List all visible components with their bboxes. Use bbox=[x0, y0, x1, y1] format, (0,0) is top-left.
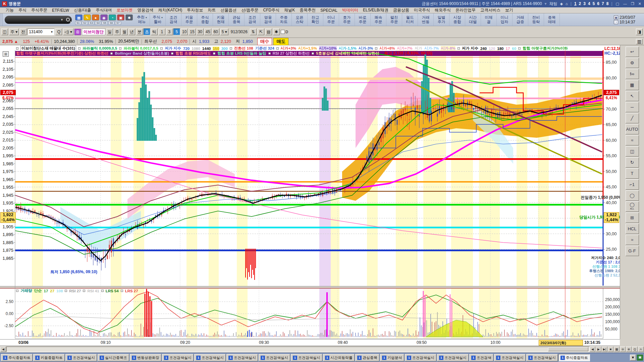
taskbar-tab-17-조건검색실시[interactable]: 1조건검색실시 bbox=[526, 354, 558, 361]
menu-item-선/옵주문[interactable]: 선/옵주문 bbox=[239, 7, 261, 13]
quick-button-키움-현재[interactable]: 키움현재 bbox=[213, 13, 229, 26]
formula-icon[interactable]: f∞ bbox=[626, 69, 639, 79]
scrollbar-track[interactable] bbox=[6, 347, 589, 352]
candle-tool-icon[interactable]: ◫ bbox=[626, 146, 639, 157]
text-tool-icon[interactable]: T bbox=[626, 168, 639, 179]
screen-number-7[interactable]: 7 bbox=[602, 1, 604, 6]
preset-S4[interactable]: S4 bbox=[95, 21, 101, 25]
mode-초[interactable]: 초 bbox=[144, 28, 150, 35]
compare-icon[interactable]: ⇅ bbox=[250, 28, 257, 35]
key-icon[interactable]: ✎ bbox=[84, 14, 91, 20]
camera-icon[interactable]: ◉ bbox=[100, 14, 108, 20]
chat-button[interactable]: 채팅 bbox=[549, 1, 557, 7]
restore-button[interactable]: ❐ bbox=[630, 2, 635, 6]
hline-tool-icon[interactable]: ─ bbox=[626, 102, 639, 112]
menu-item-종목추천[interactable]: 종목추천 bbox=[297, 7, 318, 13]
clock-icon[interactable]: ◔ bbox=[109, 14, 116, 20]
menu-item-주식[interactable]: 주식 bbox=[16, 7, 29, 13]
quick-button-잔고-확인[interactable]: 잔고확인 bbox=[308, 13, 323, 26]
quick-button-키움-주문[interactable]: 키움주문 bbox=[181, 13, 197, 26]
menu-item-선물옵션[interactable]: 선물옵션 bbox=[218, 7, 239, 13]
lock-icon[interactable]: ● bbox=[92, 14, 99, 20]
buy-button[interactable]: 매수 bbox=[257, 38, 272, 45]
asset-type-select[interactable]: 주 ▾ bbox=[9, 28, 19, 35]
interval-10[interactable]: 10 bbox=[181, 28, 188, 35]
period-일[interactable]: 일 bbox=[106, 28, 113, 35]
menu-item-기능[interactable]: 기능 bbox=[3, 7, 16, 13]
quick-button-미니-주문[interactable]: 미니주문 bbox=[323, 13, 339, 26]
scroll-button-3[interactable]: ■ bbox=[608, 347, 613, 352]
scrollbar-thumb[interactable] bbox=[548, 347, 588, 351]
scroll-button-0[interactable]: ◀ bbox=[590, 347, 595, 352]
mode-분[interactable]: 분 bbox=[136, 28, 143, 35]
scroll-button-1[interactable]: ▶ bbox=[596, 347, 601, 352]
auto-tool-icon[interactable]: AUTO bbox=[626, 124, 639, 134]
taskbar-tab-1-키움종합차트[interactable]: 1키움종합차트 bbox=[33, 354, 65, 361]
preset-S5[interactable]: S5 bbox=[102, 21, 108, 25]
mode-틱[interactable]: 틱 bbox=[151, 28, 158, 35]
menu-item-CFD주식[interactable]: CFD주식 bbox=[261, 7, 282, 13]
menu-item-고객서비스[interactable]: 고객서비스 bbox=[478, 7, 503, 13]
chart-settings-icon[interactable]: ✱ bbox=[273, 28, 280, 35]
preset-S7[interactable]: S7 bbox=[115, 21, 121, 25]
multi-monitor-icon[interactable]: ▢ bbox=[615, 2, 620, 6]
jeon-button[interactable]: 전 bbox=[20, 28, 26, 35]
menu-item-ETF/ELW[interactable]: ETF/ELW bbox=[50, 8, 71, 13]
menu-item-빅데이터[interactable]: 빅데이터 bbox=[340, 7, 361, 13]
scroll-button-4[interactable]: ▦ bbox=[614, 347, 620, 352]
gf-pencil-icon[interactable]: G·F bbox=[626, 246, 639, 256]
taskbar-tab-2-조건검색실시[interactable]: 1조건검색실시 bbox=[65, 354, 97, 361]
interval-5[interactable]: 5 bbox=[173, 28, 180, 35]
menu-item-보기[interactable]: 보기 bbox=[503, 7, 516, 13]
period-주[interactable]: 주 bbox=[114, 28, 120, 35]
search-icon[interactable] bbox=[66, 18, 70, 21]
preset-S2[interactable]: S2 bbox=[82, 21, 88, 25]
quick-button-주식-종합[interactable]: 주식종합 bbox=[197, 13, 213, 26]
zigzag-tool-icon[interactable]: ≈ bbox=[626, 135, 639, 145]
zoom-chart-icon[interactable]: ⇱ bbox=[258, 28, 264, 35]
quick-button-미체-결[interactable]: 미체결 bbox=[481, 13, 497, 26]
taskbar-tab-4-변동성완화장[interactable]: 1변동성완화장 bbox=[130, 354, 161, 361]
screen-number-2[interactable]: 2 bbox=[579, 1, 581, 6]
virtual-screen-numbers[interactable]: 12345678 bbox=[574, 1, 609, 6]
menu-item-투자정보[interactable]: 투자정보 bbox=[184, 7, 205, 13]
menu-item-해외주식[interactable]: 해외주식 bbox=[432, 7, 453, 13]
quick-button-조건-검색[interactable]: 조건검색 bbox=[245, 13, 260, 26]
quick-button-바로-주문[interactable]: 바로주문 bbox=[355, 13, 371, 26]
table-tool-icon[interactable]: ⊞ bbox=[626, 213, 639, 223]
taskbar-tab-5-조건검색실시[interactable]: 1조건검색실시 bbox=[162, 354, 194, 361]
taskbar-tab-0-주식종합차트[interactable]: 1주식종합차트 bbox=[1, 354, 33, 361]
taskbar-tab-13-조건검색실시[interactable]: 1조건검색실시 bbox=[405, 354, 436, 361]
menu-item-영웅검색[interactable]: 영웅검색 bbox=[135, 7, 156, 13]
taskbar-tab-14-조건검색실시[interactable]: 1조건검색실시 bbox=[437, 354, 469, 361]
sound-icon[interactable]: ◁) ▾ bbox=[63, 28, 73, 35]
redo-icon[interactable]: ↻ bbox=[626, 157, 639, 168]
interval-30[interactable]: 30 bbox=[197, 28, 204, 35]
quick-button-오픈-스탁[interactable]: 오픈스탁 bbox=[292, 13, 308, 26]
settings-icon[interactable]: ⚙ bbox=[626, 58, 639, 68]
quick-button-펼친-주문[interactable]: 펼친주문 bbox=[386, 13, 402, 26]
taskbar-tab-3-실시간종목조[interactable]: 1실시간종목조 bbox=[98, 354, 129, 361]
menu-item-신용/대출[interactable]: 신용/대출 bbox=[71, 7, 93, 13]
code-search-button[interactable]: Q bbox=[55, 28, 62, 35]
scroll-button-2[interactable]: ▶| bbox=[602, 347, 607, 352]
period-월[interactable]: 월 bbox=[121, 28, 128, 35]
zigzag2-tool-icon[interactable]: ≈ bbox=[626, 235, 639, 245]
quick-button-시간-대별[interactable]: 시간대별 bbox=[465, 13, 481, 26]
interval-15[interactable]: 15 bbox=[189, 28, 196, 35]
d-checkbox[interactable]: D bbox=[281, 30, 288, 34]
taskbar-tab-6-조건검색실시[interactable]: 1조건검색실시 bbox=[194, 354, 226, 361]
menu-item-로보마켓[interactable]: 로보마켓 bbox=[114, 7, 135, 13]
chartbar-extra-button[interactable]: ◨ bbox=[636, 28, 643, 35]
sell-button[interactable]: 매도 bbox=[273, 38, 288, 45]
taskbar-screen-icon[interactable]: ▣ bbox=[637, 355, 643, 361]
menu-item-주식주문[interactable]: 주식주문 bbox=[29, 7, 50, 13]
chevron-down-icon[interactable]: ▼ bbox=[60, 18, 63, 21]
cursor-icon[interactable]: ↖ bbox=[626, 91, 639, 101]
screen-number-1[interactable]: 1 bbox=[574, 1, 577, 6]
taskbar-tab-12-기업분석[interactable]: 1기업분석 bbox=[380, 354, 404, 361]
taskbar-tab-10-시간외등락률[interactable]: 1시간외등락률 bbox=[323, 354, 355, 361]
menu-item-금융상품[interactable]: 금융상품 bbox=[391, 7, 412, 13]
main-chart[interactable]: 2,1152,1052,0952,0852,0752,0652,0552,045… bbox=[0, 45, 620, 339]
quick-button-주종-차트[interactable]: 주종차트 bbox=[276, 13, 292, 26]
